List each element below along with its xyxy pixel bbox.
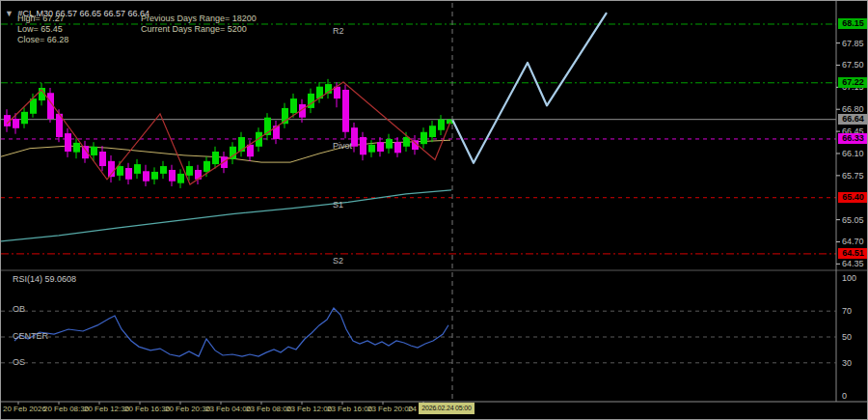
rsi-axis-label: 30	[842, 358, 852, 369]
candle-body	[342, 90, 349, 132]
time-axis-label: 20 Feb 12:30	[84, 405, 129, 413]
price-tick-label: 66.10	[842, 149, 864, 159]
rsi-indicator-label: RSI(14) 59.0608	[13, 274, 76, 285]
candle-body	[273, 126, 280, 139]
time-axis-label: 23 Feb 16:00	[327, 405, 372, 413]
rsi-center-label: CENTER	[13, 331, 48, 342]
rsi-line	[14, 308, 448, 356]
price-tick-label: 64.70	[842, 237, 864, 247]
price-tick-label: 65.05	[842, 215, 864, 226]
price-tick-label: 67.50	[842, 60, 864, 70]
pane-splitter[interactable]	[1, 268, 836, 272]
candle-body	[169, 170, 176, 182]
crosshair-time-box: 2026.02.24 05:00	[419, 403, 475, 414]
prev-days-range-text: Previous Days Range= 18200	[141, 14, 257, 24]
candle-body	[394, 142, 401, 153]
candle-body	[368, 145, 375, 153]
level-label-S1: S1	[333, 200, 343, 210]
candle-body	[256, 132, 262, 147]
price-badge-66.33: 66.33	[838, 133, 868, 144]
candle-body	[212, 152, 219, 164]
rsi-ob-label: OB	[13, 304, 25, 315]
price-tick-label: 64.35	[842, 259, 864, 269]
time-axis-label: 20 Feb 2026	[3, 405, 46, 413]
rsi-axis-label: 50	[842, 332, 852, 343]
candle-body	[134, 164, 141, 174]
candle-body	[160, 166, 167, 174]
level-label-Pivot: Pivot	[333, 141, 352, 152]
level-label-S2: S2	[333, 256, 343, 266]
price-badge-65.40: 65.40	[838, 192, 868, 203]
price-tick-label: 65.75	[842, 171, 864, 182]
candle-body	[351, 127, 358, 147]
time-axis-label: 20 Feb 20:30	[165, 405, 210, 413]
time-axis-label: 23 Feb 08:00	[246, 405, 291, 413]
symbol-dropdown-icon[interactable]: ▼	[5, 9, 14, 18]
candle-body	[221, 156, 228, 168]
price-badge-66.64: 66.64	[838, 114, 868, 125]
candle-body	[377, 142, 384, 152]
price-badge-68.15: 68.15	[838, 18, 868, 29]
close-text: Close= 66.28	[17, 35, 68, 45]
price-badge-67.22: 67.22	[838, 77, 868, 88]
candle-body	[177, 174, 184, 183]
low-text: Low= 65.45	[17, 24, 63, 35]
candle-body	[203, 161, 210, 172]
candle-body	[91, 147, 97, 155]
candle-body	[360, 137, 366, 154]
candle-body	[21, 112, 28, 124]
candle-body	[151, 172, 158, 180]
candle-body	[125, 168, 132, 180]
rsi-os-label: OS	[13, 357, 25, 368]
high-text: High= 67.27	[17, 14, 65, 24]
candle-body	[99, 152, 106, 166]
price-badge-64.51: 64.51	[838, 248, 868, 259]
projection-zigzag-line	[452, 13, 607, 163]
time-axis-label: 23 Feb 04:00	[205, 405, 251, 413]
rsi-axis-label: 0	[842, 391, 847, 402]
chart-window: ▼ #CL,M30 66.57 66.65 66.57 66.64 High= …	[0, 0, 868, 420]
candle-body	[117, 166, 123, 176]
time-axis-label: 20 Feb 08:30	[43, 405, 89, 413]
curr-days-range-text: Current Days Range= 5200	[141, 24, 247, 35]
candle-body	[386, 139, 393, 149]
candle-body	[290, 98, 297, 113]
time-axis-label: 20 Feb 16:30	[124, 405, 170, 413]
candle-body	[143, 171, 149, 181]
candle-body	[65, 133, 71, 152]
candle-body	[403, 137, 410, 147]
candle-body	[429, 126, 436, 137]
level-label-R2: R2	[333, 26, 344, 37]
candle-body	[13, 119, 19, 128]
price-tick-label: 67.85	[842, 39, 864, 49]
candle-body	[438, 120, 445, 130]
rsi-axis-label: 100	[842, 273, 856, 284]
rsi-axis-label: 70	[842, 306, 852, 317]
time-axis-label: 23 Feb 12:00	[286, 405, 332, 413]
zigzag-line	[7, 82, 450, 184]
chart-canvas[interactable]	[1, 1, 867, 419]
time-axis-label: 23 Feb 20:00	[367, 405, 413, 413]
candle-body	[73, 143, 80, 153]
candle-body	[420, 132, 427, 144]
candle-body	[186, 166, 193, 176]
